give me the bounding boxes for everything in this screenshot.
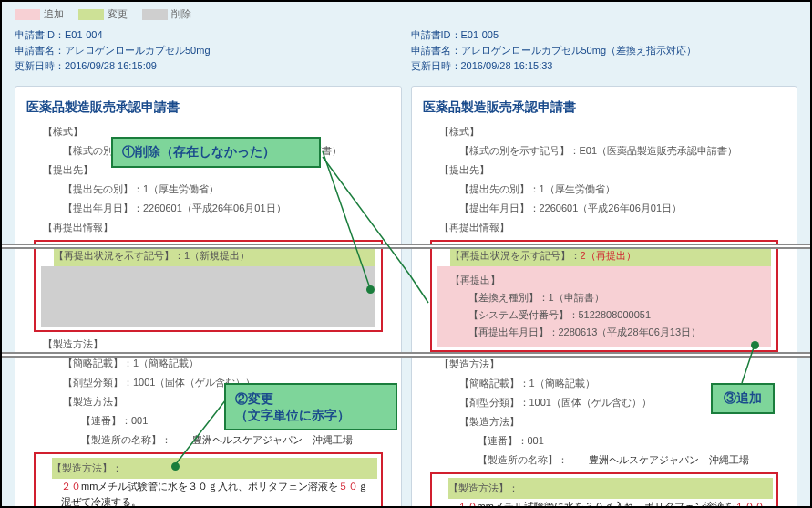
left-diff-block-2: 【製造方法】： ２０mmメチル試験管に水を３０ｇ入れ、ポリタフェン溶液を５０ｇ混…: [34, 452, 383, 508]
diff-red-a: ２０: [61, 481, 81, 492]
left-deleted-block: [41, 266, 375, 327]
callout-modified-line1: ②変更: [235, 391, 273, 406]
field-proc: 【製造方法】：: [448, 478, 774, 499]
label: 更新日時：: [411, 60, 461, 71]
right-meta-name: 申請書名：アレロゲンロールカプセル50mg（差換え指示対応）: [411, 44, 798, 57]
divider-line-1: [2, 244, 810, 249]
left-meta-name: 申請書名：アレロゲンロールカプセル50mg: [15, 44, 402, 57]
field-resubmit-hdr: 【再提出】: [443, 274, 766, 287]
label: 申請書ID：: [411, 29, 461, 40]
label: 【製造所の名称】：: [478, 454, 568, 465]
value: 豊洲ヘルスケアジャパン 沖縄工場: [192, 434, 353, 445]
field-proc-value: ２０mmメチル試験管に水を３０ｇ入れ、ポリタフェン溶液を５０ｇ混ぜて冷凍する。: [39, 479, 377, 508]
txt-b: mmメチル試験管に水を３０ｇ入れ、ポリタフェン溶液を: [81, 481, 338, 492]
diff-red-a: １０: [457, 501, 478, 508]
left-meta-updated: 更新日時：2016/09/28 16:15:09: [15, 59, 402, 73]
right-diff-block-2: 【製造方法】： １０mmメチル試験管に水を３０ｇ入れ、ポリタフェン溶液を１００ｇ…: [430, 472, 779, 508]
right-added-block: 【再提出】 【差換え種別】：1（申請書） 【システム受付番号】：51228080…: [437, 266, 772, 347]
label: 【製造所の名称】：: [81, 434, 171, 445]
field-method: 【製造方法】: [423, 358, 786, 371]
value: 2016/09/28 16:15:33: [461, 60, 553, 71]
field-format: 【様式】: [423, 125, 786, 139]
field-dest: 【提出先】: [423, 163, 786, 177]
legend-mod: 変更: [78, 7, 128, 21]
field-dest-kind: 【提出先の別】：1（厚生労働省）: [26, 182, 390, 196]
field-resubmit: 【再提出情報】: [423, 221, 786, 234]
value: アレロゲンロールカプセル50mg: [65, 45, 211, 56]
left-column: 申請書ID：E01-004 申請書名：アレロゲンロールカプセル50mg 更新日時…: [15, 28, 402, 508]
legend-del-label: 削除: [171, 8, 191, 19]
right-card: 医薬品製造販売承認申請書 【様式】 【様式の別を示す記号】：E01（医薬品製造販…: [411, 86, 798, 508]
value: E01-005: [461, 29, 499, 40]
field-replace-kind: 【差換え種別】：1（申請書）: [443, 291, 766, 305]
field-resubmit-date: 【再提出年月日】：2280613（平成28年06月13日）: [443, 326, 766, 339]
value: E01-004: [65, 29, 103, 40]
field-dest-kind: 【提出先の別】：1（厚生労働省）: [423, 182, 786, 196]
legend: 追加 変更 削除: [15, 7, 797, 21]
field-submit-date: 【提出年月日】：2260601（平成26年06月01日）: [423, 202, 786, 215]
right-column: 申請書ID：E01-005 申請書名：アレロゲンロールカプセル50mg（差換え指…: [411, 28, 798, 508]
label: 更新日時：: [15, 60, 65, 71]
right-diff-block-1: 【再提出状況を示す記号】：2（再提出） 【再提出】 【差換え種別】：1（申請書）…: [430, 240, 779, 352]
right-meta-id: 申請書ID：E01-005: [411, 28, 798, 42]
value: アレロゲンロールカプセル50mg（差換え指示対応）: [461, 45, 697, 56]
swatch-del: [142, 9, 168, 20]
swatch-mod: [78, 9, 104, 20]
field-proc-value: １０mmメチル試験管に水を３０ｇ入れ、ポリタフェン溶液を１００ｇ混ぜて冷凍する。: [436, 499, 774, 508]
field-resubmit: 【再提出情報】: [26, 221, 390, 234]
divider-line-2: [2, 352, 810, 358]
diff-red-c: ５０: [338, 481, 358, 492]
card-title: 医薬品製造販売承認申請書: [423, 99, 786, 116]
label: 申請書ID：: [15, 29, 65, 40]
right-meta-updated: 更新日時：2016/09/28 16:15:33: [411, 59, 798, 73]
callout-modified-line2: （文字単位に赤字）: [235, 408, 350, 422]
field-seq: 【連番】：001: [423, 434, 786, 448]
left-meta-id: 申請書ID：E01-004: [15, 28, 402, 42]
field-brief: 【簡略記載】：1（簡略記載）: [26, 357, 390, 370]
field-submit-date: 【提出年月日】：2260601（平成26年06月01日）: [26, 202, 390, 215]
connector-dot-2: [171, 462, 180, 471]
label: 申請書名：: [15, 45, 65, 56]
callout-modified: ②変更 （文字単位に赤字）: [224, 383, 397, 430]
txt-b: mmメチル試験管に水を３０ｇ入れ、ポリタフェン溶液を: [478, 501, 735, 508]
label: 申請書名：: [411, 45, 461, 56]
field-method2: 【製造方法】: [423, 415, 786, 429]
value: 豊洲ヘルスケアジャパン 沖縄工場: [589, 454, 749, 465]
field-sys-no: 【システム受付番号】：5122808000051: [443, 308, 766, 322]
card-title: 医薬品製造販売承認申請書: [26, 99, 390, 116]
field-site: 【製造所の名称】： 豊洲ヘルスケアジャパン 沖縄工場: [26, 433, 390, 447]
diff-red: 2（再提出）: [581, 250, 636, 261]
value: 2016/09/28 16:15:09: [65, 60, 157, 71]
connector-dot-1: [366, 285, 375, 294]
callout-added: ③追加: [711, 383, 775, 414]
field-proc: 【製造方法】：: [52, 458, 377, 479]
field-format-kind: 【様式の別を示す記号】：E01（医薬品製造販売承認申請書）: [423, 144, 786, 158]
legend-del: 削除: [142, 7, 191, 21]
callout-deleted: ①削除（存在しなかった）: [111, 137, 321, 168]
field-method: 【製造方法】: [26, 337, 390, 351]
swatch-add: [15, 9, 40, 20]
legend-add: 追加: [15, 7, 64, 21]
label: 【再提出状況を示す記号】：: [450, 250, 581, 261]
diff-red-c: １００: [735, 501, 765, 508]
field-site: 【製造所の名称】： 豊洲ヘルスケアジャパン 沖縄工場: [423, 453, 786, 467]
left-diff-block-1: 【再提出状況を示す記号】：1（新規提出）: [34, 240, 383, 332]
legend-mod-label: 変更: [108, 8, 128, 19]
connector-dot-3: [751, 341, 759, 349]
legend-add-label: 追加: [44, 8, 64, 19]
